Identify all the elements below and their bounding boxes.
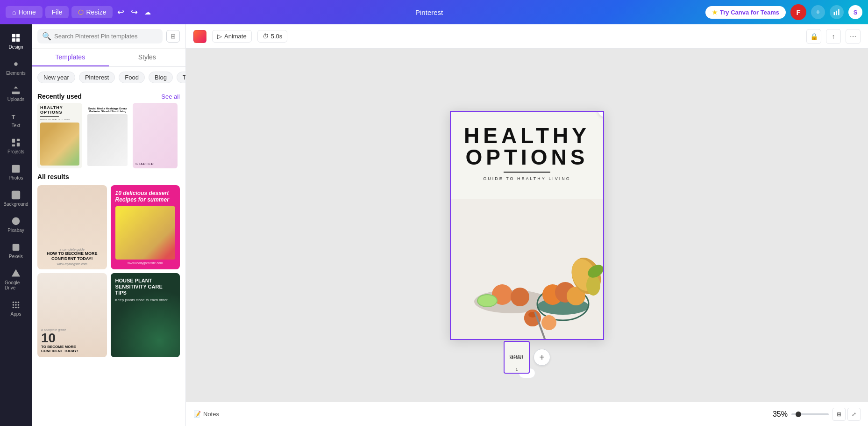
avatar[interactable]: F (790, 4, 806, 20)
toolbar-right: 🔒 ↑ ⋯ (806, 29, 861, 44)
search-input[interactable] (54, 33, 158, 40)
page-thumb-content: HEALTHYOPTIONS (510, 355, 524, 360)
result-desserts-img (115, 206, 176, 260)
chip-pinterest-label: Pinterest (85, 74, 109, 81)
topbar-center: Pinterest (157, 8, 702, 16)
chip-more[interactable]: T... (177, 72, 185, 83)
chip-blog[interactable]: Blog (149, 72, 173, 83)
redo-button[interactable]: ↪ (129, 5, 140, 19)
notes-button[interactable]: 📝 Notes (193, 411, 219, 418)
svg-rect-9 (12, 139, 15, 143)
thumb1-title: HEALTHYOPTIONS (40, 106, 79, 115)
result-plant-title: HOUSE PLANT SENSITIVITY CARE TIPS (115, 278, 176, 296)
filter-button[interactable]: ⊞ (166, 30, 180, 43)
recently-used-thumb-3[interactable]: STARTER (133, 103, 178, 168)
svg-rect-4 (16, 34, 20, 37)
search-icon: 🔍 (42, 32, 51, 41)
resize-button[interactable]: ⬡ Resize (71, 6, 113, 18)
expand-view-button[interactable]: ⤢ (847, 408, 861, 421)
svg-point-33 (478, 295, 497, 306)
result-thumb-plant[interactable]: HOUSE PLANT SENSITIVITY CARE TIPS Keep p… (111, 273, 180, 357)
sidebar-item-uploads[interactable]: Uploads (2, 81, 30, 106)
svg-point-47 (586, 275, 600, 296)
lock-button[interactable]: 🔒 (806, 29, 821, 44)
result-woman-site: www.myblogsite.com (57, 262, 87, 266)
home-icon: ⌂ (12, 8, 16, 16)
svg-point-18 (13, 302, 14, 303)
try-canva-teams-button[interactable]: ★ Try Canva for Teams (705, 6, 786, 19)
sidebar-item-background[interactable]: Background (2, 186, 30, 210)
sidebar-item-design[interactable]: Design (2, 29, 30, 53)
sidebar-item-photos[interactable]: Photos (2, 160, 30, 184)
canvas-document[interactable]: ↻ HEALTHY OPTIONS GUIDE TO HEALTHY LIVIN… (450, 111, 604, 340)
page-thumb-1[interactable]: HEALTHYOPTIONS 1 (504, 341, 530, 374)
result-desserts-title: 10 delicious dessert Recipes for summer (115, 190, 176, 203)
see-all-button[interactable]: See all (161, 93, 180, 100)
svg-point-25 (15, 307, 17, 309)
animate-label: Animate (224, 33, 247, 40)
sidebar-item-pexels[interactable]: Pexels (2, 238, 30, 263)
thumb2-title: Social Media Hashtags Every Marketer Sho… (87, 107, 128, 113)
result-thumb-desserts[interactable]: 10 delicious dessert Recipes for summer … (111, 185, 180, 269)
all-results-grid: a complete guide HOW TO BECOME MORE CONF… (37, 185, 180, 357)
try-canva-label: Try Canva for Teams (720, 9, 779, 16)
sidebar-item-text[interactable]: T Text (2, 108, 30, 132)
canvas-doc-header: HEALTHY OPTIONS GUIDE TO HEALTHY LIVING (451, 112, 603, 186)
svg-rect-2 (838, 9, 839, 15)
fruit-illustration (451, 199, 603, 339)
chip-newyear[interactable]: New year (37, 72, 75, 83)
sidebar-item-projects[interactable]: Projects (2, 134, 30, 158)
color-swatch[interactable] (193, 30, 206, 43)
recently-used-thumb-1[interactable]: HEALTHYOPTIONS GUIDE TO HEALTHY LIVING (37, 103, 82, 168)
chip-blog-label: Blog (155, 74, 167, 81)
canvas-main: ↻ HEALTHY OPTIONS GUIDE TO HEALTHY LIVIN… (186, 49, 868, 402)
chip-pinterest[interactable]: Pinterest (79, 72, 115, 83)
notes-icon: 📝 (193, 411, 201, 418)
svg-rect-5 (12, 38, 15, 42)
tab-templates[interactable]: Templates (32, 49, 109, 66)
resize-icon: ⬡ (78, 8, 84, 16)
result-thumb-confident[interactable]: a complete guide 10 TO BECOME MORECONFID… (37, 273, 107, 357)
file-button[interactable]: File (45, 6, 69, 18)
share-download-button[interactable]: ↑ (826, 29, 841, 44)
add-page-button[interactable]: + (534, 349, 550, 366)
elements-icon (11, 59, 21, 69)
design-icon (11, 33, 21, 43)
zoom-control: 35% ⊞ ⤢ (773, 408, 861, 421)
recently-used-thumb-2[interactable]: Social Media Hashtags Every Marketer Sho… (85, 103, 130, 168)
undo-button[interactable]: ↩ (115, 5, 126, 19)
sidebar-item-apps[interactable]: Apps (2, 296, 30, 320)
recently-used-title: Recently used (37, 93, 82, 100)
result-thumb-woman[interactable]: a complete guide HOW TO BECOME MORE CONF… (37, 185, 107, 269)
svg-rect-1 (836, 11, 837, 15)
more-options-button[interactable]: ⋯ (846, 29, 861, 44)
share-button[interactable]: S (848, 5, 862, 19)
zoom-slider[interactable] (791, 413, 829, 415)
chip-more-label: T... (183, 74, 185, 81)
grid-view-button[interactable]: ⊞ (832, 408, 846, 421)
tab-styles[interactable]: Styles (109, 49, 186, 66)
topbar-right: ★ Try Canva for Teams F + S (705, 4, 862, 20)
thumb2-laptop-img (87, 114, 128, 166)
thumb3-label: STARTER (135, 162, 175, 166)
add-page-icon: + (539, 352, 545, 363)
cloud-save-button[interactable]: ☁ (142, 7, 153, 18)
add-button[interactable]: + (811, 5, 825, 19)
chip-food[interactable]: Food (119, 72, 145, 83)
styles-tab-label: Styles (138, 53, 156, 61)
stats-icon[interactable] (830, 5, 844, 19)
sidebar-pixabay-label: Pixabay (7, 228, 24, 233)
animate-button[interactable]: ▷ Animate (212, 30, 252, 43)
recently-used-grid: HEALTHYOPTIONS GUIDE TO HEALTHY LIVING S… (37, 103, 180, 168)
templates-panel: 🔍 ⊞ Templates Styles New year Pinterest (32, 24, 186, 426)
sidebar-item-pixabay[interactable]: Pixabay (2, 212, 30, 237)
sidebar-item-elements[interactable]: Elements (2, 55, 30, 79)
pexels-icon (11, 242, 21, 253)
home-button[interactable]: ⌂ Home (6, 6, 43, 18)
duration-button[interactable]: ⏱ 5.0s (257, 30, 288, 43)
svg-rect-11 (17, 143, 20, 146)
svg-point-26 (18, 307, 20, 309)
all-results-title: All results (37, 173, 69, 181)
page-strip: HEALTHYOPTIONS 1 + (504, 341, 550, 374)
sidebar-item-googledrive[interactable]: Google Drive (2, 265, 30, 294)
